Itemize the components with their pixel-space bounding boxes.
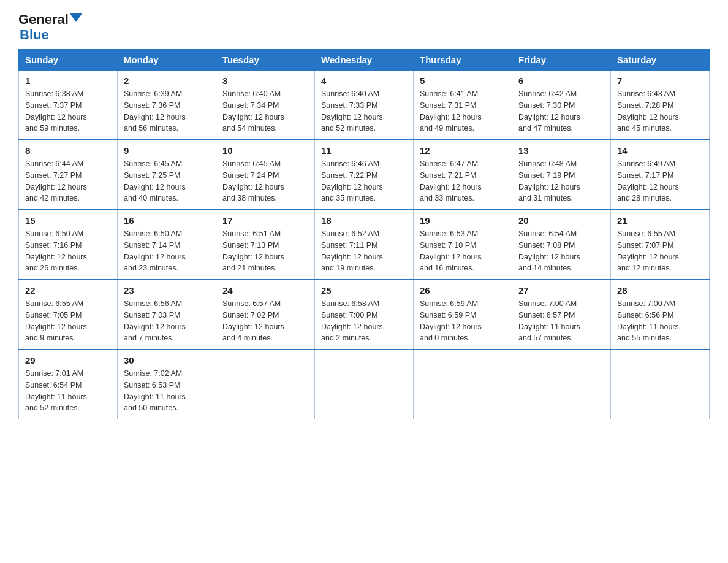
calendar-cell: 16Sunrise: 6:50 AMSunset: 7:14 PMDayligh… — [118, 210, 216, 280]
calendar-cell: 21Sunrise: 6:55 AMSunset: 7:07 PMDayligh… — [611, 210, 710, 280]
calendar-cell: 30Sunrise: 7:02 AMSunset: 6:53 PMDayligh… — [118, 350, 216, 419]
calendar-cell: 17Sunrise: 6:51 AMSunset: 7:13 PMDayligh… — [216, 210, 315, 280]
day-info: Sunrise: 7:01 AMSunset: 6:54 PMDaylight:… — [25, 368, 111, 414]
calendar-cell: 2Sunrise: 6:39 AMSunset: 7:36 PMDaylight… — [118, 71, 216, 140]
day-number: 10 — [222, 145, 308, 156]
day-info: Sunrise: 6:50 AMSunset: 7:16 PMDaylight:… — [25, 228, 111, 274]
day-info: Sunrise: 6:57 AMSunset: 7:02 PMDaylight:… — [222, 298, 308, 344]
calendar-cell: 28Sunrise: 7:00 AMSunset: 6:56 PMDayligh… — [611, 280, 710, 350]
weekday-header-monday: Monday — [118, 50, 216, 71]
weekday-header-sunday: Sunday — [19, 50, 118, 71]
day-number: 24 — [222, 285, 308, 296]
day-info: Sunrise: 7:00 AMSunset: 6:56 PMDaylight:… — [617, 298, 703, 344]
calendar-cell: 6Sunrise: 6:42 AMSunset: 7:30 PMDaylight… — [512, 71, 611, 140]
day-info: Sunrise: 6:47 AMSunset: 7:21 PMDaylight:… — [420, 158, 506, 204]
day-number: 20 — [518, 215, 604, 226]
day-info: Sunrise: 6:51 AMSunset: 7:13 PMDaylight:… — [222, 228, 308, 274]
day-number: 29 — [25, 355, 111, 366]
calendar-week-row: 1Sunrise: 6:38 AMSunset: 7:37 PMDaylight… — [19, 71, 710, 140]
weekday-header-tuesday: Tuesday — [216, 50, 315, 71]
calendar-cell: 19Sunrise: 6:53 AMSunset: 7:10 PMDayligh… — [414, 210, 512, 280]
day-number: 13 — [518, 145, 604, 156]
logo-general-text: General — [18, 12, 69, 27]
day-info: Sunrise: 6:44 AMSunset: 7:27 PMDaylight:… — [25, 158, 111, 204]
day-number: 22 — [25, 285, 111, 296]
day-info: Sunrise: 6:56 AMSunset: 7:03 PMDaylight:… — [124, 298, 210, 344]
calendar-table: SundayMondayTuesdayWednesdayThursdayFrid… — [18, 49, 710, 419]
day-info: Sunrise: 7:02 AMSunset: 6:53 PMDaylight:… — [124, 368, 210, 414]
weekday-header-row: SundayMondayTuesdayWednesdayThursdayFrid… — [19, 50, 710, 71]
calendar-cell: 15Sunrise: 6:50 AMSunset: 7:16 PMDayligh… — [19, 210, 118, 280]
day-number: 27 — [518, 285, 604, 296]
calendar-cell: 18Sunrise: 6:52 AMSunset: 7:11 PMDayligh… — [315, 210, 414, 280]
calendar-cell — [414, 350, 512, 419]
day-info: Sunrise: 6:45 AMSunset: 7:25 PMDaylight:… — [124, 158, 210, 204]
calendar-cell: 29Sunrise: 7:01 AMSunset: 6:54 PMDayligh… — [19, 350, 118, 419]
page-header: General Blue — [18, 12, 710, 43]
calendar-cell: 1Sunrise: 6:38 AMSunset: 7:37 PMDaylight… — [19, 71, 118, 140]
calendar-cell: 24Sunrise: 6:57 AMSunset: 7:02 PMDayligh… — [216, 280, 315, 350]
day-number: 8 — [25, 145, 111, 156]
day-number: 15 — [25, 215, 111, 226]
calendar-cell: 27Sunrise: 7:00 AMSunset: 6:57 PMDayligh… — [512, 280, 611, 350]
day-number: 30 — [124, 355, 210, 366]
day-number: 18 — [321, 215, 407, 226]
day-info: Sunrise: 6:38 AMSunset: 7:37 PMDaylight:… — [25, 88, 111, 134]
day-info: Sunrise: 6:50 AMSunset: 7:14 PMDaylight:… — [124, 228, 210, 274]
calendar-cell: 14Sunrise: 6:49 AMSunset: 7:17 PMDayligh… — [611, 140, 710, 210]
day-info: Sunrise: 6:55 AMSunset: 7:05 PMDaylight:… — [25, 298, 111, 344]
day-info: Sunrise: 6:40 AMSunset: 7:34 PMDaylight:… — [222, 88, 308, 134]
day-info: Sunrise: 6:55 AMSunset: 7:07 PMDaylight:… — [617, 228, 703, 274]
day-info: Sunrise: 6:58 AMSunset: 7:00 PMDaylight:… — [321, 298, 407, 344]
day-info: Sunrise: 6:39 AMSunset: 7:36 PMDaylight:… — [124, 88, 210, 134]
day-info: Sunrise: 6:40 AMSunset: 7:33 PMDaylight:… — [321, 88, 407, 134]
calendar-cell: 13Sunrise: 6:48 AMSunset: 7:19 PMDayligh… — [512, 140, 611, 210]
calendar-cell — [512, 350, 611, 419]
day-number: 25 — [321, 285, 407, 296]
calendar-week-row: 8Sunrise: 6:44 AMSunset: 7:27 PMDaylight… — [19, 140, 710, 210]
day-number: 14 — [617, 145, 703, 156]
day-number: 17 — [222, 215, 308, 226]
day-number: 5 — [420, 75, 506, 86]
day-number: 26 — [420, 285, 506, 296]
day-number: 11 — [321, 145, 407, 156]
day-info: Sunrise: 6:45 AMSunset: 7:24 PMDaylight:… — [222, 158, 308, 204]
calendar-cell — [216, 350, 315, 419]
calendar-week-row: 22Sunrise: 6:55 AMSunset: 7:05 PMDayligh… — [19, 280, 710, 350]
day-info: Sunrise: 6:59 AMSunset: 6:59 PMDaylight:… — [420, 298, 506, 344]
day-number: 21 — [617, 215, 703, 226]
weekday-header-wednesday: Wednesday — [315, 50, 414, 71]
day-info: Sunrise: 6:46 AMSunset: 7:22 PMDaylight:… — [321, 158, 407, 204]
calendar-cell: 7Sunrise: 6:43 AMSunset: 7:28 PMDaylight… — [611, 71, 710, 140]
day-info: Sunrise: 6:43 AMSunset: 7:28 PMDaylight:… — [617, 88, 703, 134]
day-number: 1 — [25, 75, 111, 86]
day-number: 4 — [321, 75, 407, 86]
day-number: 2 — [124, 75, 210, 86]
day-number: 9 — [124, 145, 210, 156]
day-number: 16 — [124, 215, 210, 226]
day-number: 23 — [124, 285, 210, 296]
calendar-cell: 22Sunrise: 6:55 AMSunset: 7:05 PMDayligh… — [19, 280, 118, 350]
weekday-header-saturday: Saturday — [611, 50, 710, 71]
calendar-cell: 8Sunrise: 6:44 AMSunset: 7:27 PMDaylight… — [19, 140, 118, 210]
day-info: Sunrise: 6:53 AMSunset: 7:10 PMDaylight:… — [420, 228, 506, 274]
logo-blue-text: Blue — [20, 27, 49, 43]
calendar-cell: 11Sunrise: 6:46 AMSunset: 7:22 PMDayligh… — [315, 140, 414, 210]
logo: General Blue — [18, 12, 82, 43]
calendar-cell: 23Sunrise: 6:56 AMSunset: 7:03 PMDayligh… — [118, 280, 216, 350]
calendar-cell: 4Sunrise: 6:40 AMSunset: 7:33 PMDaylight… — [315, 71, 414, 140]
day-number: 19 — [420, 215, 506, 226]
calendar-cell — [611, 350, 710, 419]
day-info: Sunrise: 6:48 AMSunset: 7:19 PMDaylight:… — [518, 158, 604, 204]
weekday-header-thursday: Thursday — [414, 50, 512, 71]
day-info: Sunrise: 6:42 AMSunset: 7:30 PMDaylight:… — [518, 88, 604, 134]
calendar-week-row: 15Sunrise: 6:50 AMSunset: 7:16 PMDayligh… — [19, 210, 710, 280]
day-number: 12 — [420, 145, 506, 156]
day-info: Sunrise: 6:41 AMSunset: 7:31 PMDaylight:… — [420, 88, 506, 134]
calendar-cell — [315, 350, 414, 419]
calendar-cell: 5Sunrise: 6:41 AMSunset: 7:31 PMDaylight… — [414, 71, 512, 140]
calendar-cell: 9Sunrise: 6:45 AMSunset: 7:25 PMDaylight… — [118, 140, 216, 210]
calendar-cell: 12Sunrise: 6:47 AMSunset: 7:21 PMDayligh… — [414, 140, 512, 210]
calendar-cell: 3Sunrise: 6:40 AMSunset: 7:34 PMDaylight… — [216, 71, 315, 140]
calendar-cell: 25Sunrise: 6:58 AMSunset: 7:00 PMDayligh… — [315, 280, 414, 350]
